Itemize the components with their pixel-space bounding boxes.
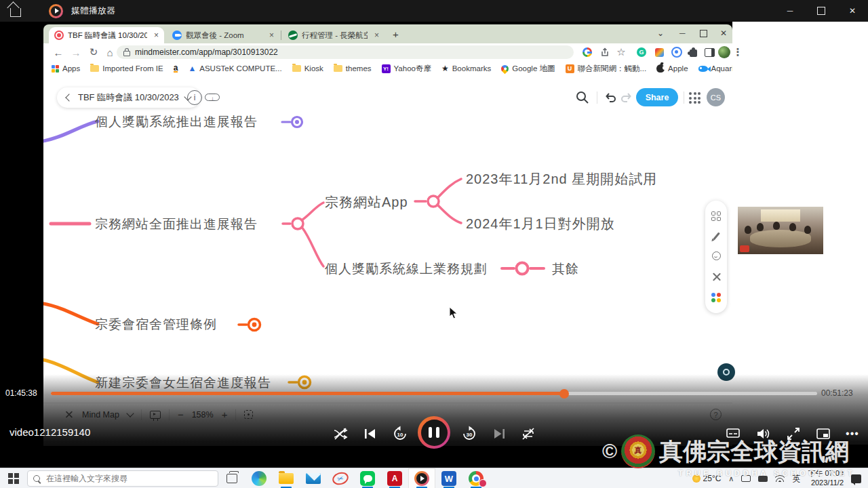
- map-node-trial[interactable]: 2023年11月2nd 星期開始試用: [466, 170, 657, 188]
- repeat-off-icon[interactable]: [517, 423, 539, 445]
- taskbar-line[interactable]: [354, 468, 381, 488]
- tab-close-icon[interactable]: ×: [374, 30, 379, 40]
- media-player-icon: [414, 471, 429, 486]
- extensions-puzzle-icon[interactable]: [686, 45, 700, 59]
- browser-tab-evaair[interactable]: 行程管理 - 長榮航空 | 台灣 (繁 ×: [283, 27, 384, 43]
- captions-icon[interactable]: [722, 423, 744, 445]
- bookmark-amazon[interactable]: a: [174, 64, 178, 73]
- bookmark-asustek[interactable]: ▲ASUSTeK COMPUTE...: [188, 64, 281, 73]
- device-icon[interactable]: [758, 476, 768, 482]
- search-input[interactable]: [45, 473, 197, 484]
- map-node-others[interactable]: 其餘: [552, 260, 579, 278]
- home-icon[interactable]: ⌂: [103, 45, 117, 59]
- bookmark-bookmarks[interactable]: ★Bookmarks: [441, 64, 491, 73]
- bookmark-yahoo[interactable]: Y!Yahoo奇摩: [382, 64, 431, 74]
- taskbar-edge[interactable]: [245, 468, 273, 488]
- bookmark-imported-from-ie[interactable]: Imported From IE: [90, 64, 163, 73]
- close-button[interactable]: ✕: [837, 0, 868, 22]
- browser-tab-mindmeister[interactable]: TBF 臨時會議 10/30/2023 - Min ×: [49, 27, 164, 43]
- address-bar[interactable]: mindmeister.com/app/map/3010913022: [117, 45, 574, 59]
- bookmark-udn-news[interactable]: U聯合新聞網：觸動...: [566, 64, 647, 74]
- wifi-icon[interactable]: [775, 475, 785, 482]
- fullscreen-icon[interactable]: [783, 423, 804, 445]
- google-search-icon[interactable]: [580, 45, 594, 59]
- map-node-dorm-rules[interactable]: 宗委會宿舍管理條例: [95, 316, 217, 333]
- next-track-icon[interactable]: [488, 423, 510, 445]
- map-node-reward-plan[interactable]: 個人獎勵系統線上業務規劃: [325, 260, 488, 278]
- profile-avatar[interactable]: [717, 45, 731, 59]
- notification-center-icon[interactable]: [851, 474, 861, 483]
- seek-bar[interactable]: [51, 392, 817, 395]
- forward-30-icon[interactable]: 30: [458, 423, 480, 445]
- previous-track-icon[interactable]: [359, 423, 381, 445]
- emoji-icon[interactable]: [712, 251, 721, 260]
- display-icon[interactable]: [741, 475, 751, 482]
- bookmark-kiosk[interactable]: Kiosk: [292, 64, 323, 73]
- maximize-button[interactable]: [806, 0, 837, 22]
- task-view-button[interactable]: [218, 468, 245, 488]
- bookmark-themes[interactable]: themes: [334, 64, 372, 73]
- volume-icon[interactable]: [753, 423, 774, 445]
- taskbar-mail[interactable]: [300, 468, 327, 488]
- tray-overflow-chevron[interactable]: ∧: [728, 474, 734, 483]
- bookmark-star-icon[interactable]: ☆: [614, 45, 628, 59]
- taskbar-acrobat[interactable]: A: [381, 468, 408, 488]
- clock[interactable]: 下午 07:09 2023/11/2: [808, 469, 844, 488]
- seek-thumb[interactable]: [559, 389, 569, 399]
- forward-icon[interactable]: →: [69, 45, 83, 59]
- back-icon[interactable]: ←: [52, 45, 65, 59]
- acrobat-icon: A: [387, 471, 402, 486]
- shuffle-off-icon[interactable]: [330, 423, 351, 445]
- bookmark-google-maps[interactable]: Google 地圖: [501, 64, 555, 74]
- remaining-time: 00:51:23: [821, 388, 853, 398]
- edge-icon: [252, 471, 267, 486]
- more-options-icon[interactable]: •••: [842, 423, 863, 445]
- new-tab-button[interactable]: +: [393, 28, 399, 40]
- amazon-icon: a: [174, 64, 178, 73]
- connections-icon[interactable]: [711, 272, 722, 282]
- map-node-reward-report[interactable]: 個人獎勵系統推出進展報告: [95, 113, 258, 131]
- taskbar-chrome[interactable]: [462, 468, 490, 488]
- share-page-icon[interactable]: [598, 45, 612, 59]
- side-panel-icon[interactable]: [703, 45, 716, 59]
- browser-maximize-button[interactable]: [700, 30, 707, 39]
- zoom-video-thumbnail[interactable]: [738, 207, 823, 254]
- maps-pin-icon: [500, 63, 511, 74]
- grammarly-extension-icon[interactable]: G: [635, 45, 648, 59]
- ime-indicator[interactable]: 英: [792, 473, 800, 485]
- map-node-open-date[interactable]: 2024年1月1日對外開放: [466, 215, 615, 233]
- extension-icon[interactable]: [652, 45, 666, 59]
- smiley-extension-icon[interactable]: [670, 45, 684, 59]
- tab-close-icon[interactable]: ×: [269, 30, 274, 40]
- reload-icon[interactable]: ↻: [87, 45, 100, 59]
- theme-colors-icon[interactable]: [711, 293, 721, 302]
- taskbar-file-explorer[interactable]: [273, 468, 300, 488]
- tab-close-icon[interactable]: ×: [154, 30, 159, 40]
- bookmark-apple[interactable]: Apple: [656, 64, 688, 73]
- pause-button[interactable]: [418, 416, 450, 449]
- layout-icon[interactable]: [711, 211, 721, 221]
- browser-tab-zoom[interactable]: 觀眾會後 - Zoom ×: [167, 27, 279, 43]
- taskbar-word[interactable]: W: [435, 468, 462, 488]
- mindmeister-favicon: [54, 30, 64, 40]
- rewind-10-icon[interactable]: 10: [389, 423, 411, 445]
- asus-triangle-icon: ▲: [188, 64, 196, 73]
- start-button[interactable]: [0, 468, 27, 488]
- mini-player-icon[interactable]: [812, 423, 834, 445]
- map-node-site-report[interactable]: 宗務網站全面推出進展報告: [95, 216, 258, 233]
- browser-minimize-button[interactable]: ─: [679, 28, 686, 38]
- browser-menu-kebab-icon[interactable]: ⋮: [731, 45, 745, 59]
- taskbar-snipping-tool[interactable]: ✂: [327, 468, 354, 488]
- bookmark-apps[interactable]: Apps: [52, 64, 80, 73]
- home-button[interactable]: [0, 0, 31, 22]
- minimize-button[interactable]: ─: [774, 0, 806, 22]
- line-app-icon: [360, 471, 375, 486]
- browser-close-button[interactable]: ✕: [720, 28, 727, 38]
- taskbar-search[interactable]: [27, 470, 218, 487]
- bookmark-aquarium[interactable]: Aquarium Supplies...: [698, 64, 732, 73]
- map-node-site-app[interactable]: 宗務網站App: [325, 193, 408, 211]
- weather-widget[interactable]: 25°C: [692, 474, 722, 483]
- tab-search-chevron-icon[interactable]: ⌄: [657, 28, 664, 38]
- pen-icon[interactable]: [713, 232, 720, 241]
- taskbar-media-player[interactable]: [408, 468, 435, 488]
